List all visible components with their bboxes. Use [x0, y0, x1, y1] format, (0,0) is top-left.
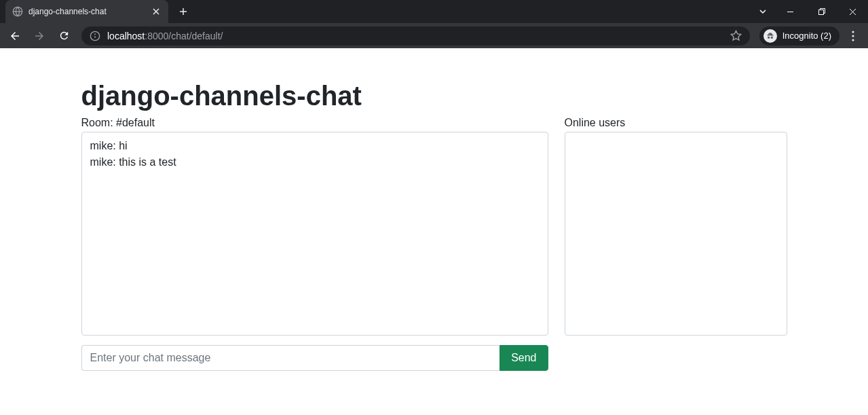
globe-icon — [12, 6, 23, 17]
svg-point-9 — [852, 39, 854, 41]
incognito-icon — [763, 29, 777, 43]
tab-strip: django-channels-chat — [0, 0, 868, 23]
close-icon[interactable] — [151, 6, 162, 17]
new-tab-button[interactable] — [174, 2, 193, 21]
url-path: :8000/chat/default/ — [145, 31, 223, 41]
page-title: django-channels-chat — [81, 81, 787, 111]
info-icon[interactable] — [90, 31, 100, 41]
container: django-channels-chat Room: #default Onli… — [81, 81, 787, 371]
tab-search-button[interactable] — [751, 1, 774, 22]
chat-log[interactable] — [81, 132, 548, 336]
send-button[interactable]: Send — [499, 345, 548, 371]
svg-marker-6 — [731, 31, 740, 39]
incognito-label: Incognito (2) — [782, 31, 831, 41]
incognito-badge[interactable]: Incognito (2) — [759, 26, 839, 46]
room-label: Room: #default — [81, 117, 548, 129]
forward-button[interactable] — [29, 25, 50, 47]
main-row: Room: #default Online users — [81, 117, 787, 338]
url-text: localhost:8000/chat/default/ — [107, 31, 723, 41]
online-users-column: Online users — [565, 117, 787, 338]
svg-point-8 — [852, 35, 854, 37]
page-content: django-channels-chat Room: #default Onli… — [0, 48, 868, 371]
chat-column: Room: #default — [81, 117, 548, 338]
minimize-button[interactable] — [774, 1, 806, 22]
browser-tab[interactable]: django-channels-chat — [5, 0, 168, 23]
browser-chrome: django-channels-chat — [0, 0, 868, 48]
browser-menu-button[interactable] — [842, 25, 864, 47]
back-button[interactable] — [4, 25, 26, 47]
bookmark-icon[interactable] — [730, 30, 742, 41]
chat-message-input[interactable] — [81, 345, 500, 371]
online-users-label: Online users — [565, 117, 787, 129]
maximize-button[interactable] — [806, 1, 837, 22]
url-host: localhost — [107, 31, 145, 41]
close-window-button[interactable] — [837, 1, 868, 22]
address-bar[interactable]: localhost:8000/chat/default/ — [81, 26, 750, 46]
svg-rect-2 — [818, 10, 823, 14]
window-controls — [751, 0, 868, 23]
svg-point-7 — [852, 31, 854, 33]
browser-toolbar: localhost:8000/chat/default/ Incognito (… — [0, 23, 868, 48]
online-users-list[interactable] — [565, 132, 787, 336]
chat-input-row: Send — [81, 345, 548, 371]
tab-title: django-channels-chat — [29, 7, 145, 16]
reload-button[interactable] — [53, 25, 75, 47]
svg-point-5 — [95, 34, 96, 35]
